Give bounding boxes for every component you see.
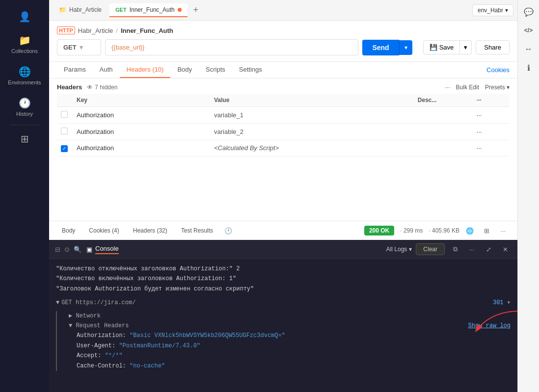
request-headers-label: ▼ Request Headers [69,321,129,331]
tab-habr-article[interactable]: 📁 Habr_Article [53,3,108,17]
console-expand-icon[interactable]: ⤢ [482,243,495,256]
console-right-controls: All Logs ▾ Clear ⧉ ··· ⤢ ✕ [386,243,512,256]
send-dropdown[interactable]: ▾ [399,40,412,55]
sidebar-item-history[interactable]: 🕐 History [0,91,49,123]
send-button[interactable]: Send [362,40,399,55]
console-left-icon-2[interactable]: ⊙ [64,246,70,253]
breadcrumb-separator: / [116,27,118,34]
headers-title-row: Headers 👁 7 hidden ··· Bulk Edit Presets… [57,78,510,94]
save-dropdown-chevron-icon: ▾ [464,44,467,51]
cookies-link[interactable]: Cookies [486,62,510,78]
calculated-value: <Calculated By Script> [214,144,279,152]
save-dropdown-button[interactable]: ▾ [460,40,472,54]
tab-headers[interactable]: Headers (10) [120,62,171,78]
value-cell-0[interactable]: variable_1 [210,107,414,124]
all-logs-chevron-icon: ▾ [409,246,412,253]
bulk-edit-button[interactable]: Bulk Edit [456,84,479,91]
show-raw-log-link[interactable]: Show raw log [468,321,511,331]
more-cell-0[interactable]: ··· [473,107,510,124]
env-selector[interactable]: env_Habr ▾ [472,4,513,16]
response-time: · 299 ms [400,227,423,234]
response-size: · 405.96 KB [429,227,459,234]
presets-chevron-icon: ▾ [507,84,510,91]
env-chevron-icon: ▾ [505,7,508,14]
all-logs-select[interactable]: All Logs ▾ [386,246,412,253]
checkbox-1[interactable] [61,128,68,134]
console-body: "Количество отключённых заголовков Autho… [49,259,517,392]
more-cell-1[interactable]: ··· [473,124,510,140]
value-cell-1[interactable]: variable_2 [210,124,414,140]
checkbox-cell-2[interactable] [57,140,73,157]
rs-comments-icon[interactable]: 💬 [521,4,537,20]
tab-inner-func-auth[interactable]: GET Inner_Func_Auth [109,3,188,17]
resp-tab-test-results[interactable]: Test Results [176,225,218,236]
value-cell-2[interactable]: <Calculated By Script> [210,140,414,157]
sidebar-item-mock[interactable]: ⊞ [0,127,49,151]
tab-body[interactable]: Body [170,62,199,78]
checkbox-cell-0[interactable] [57,107,73,124]
share-button[interactable]: Share [476,40,510,54]
rs-arrows-icon[interactable]: ↔ [521,41,537,57]
sidebar-item-profile[interactable]: 👤 [0,5,49,28]
resp-tab-headers[interactable]: Headers (32) [128,225,172,236]
save-controls: 💾 Save ▾ Share [423,40,510,54]
sidebar-item-history-label: History [16,111,33,117]
tab-add-button[interactable]: + [189,4,202,17]
console-close-icon[interactable]: ✕ [499,243,512,256]
more-cell-2[interactable]: ··· [473,140,510,157]
breadcrumb-collection[interactable]: Habr_Article [78,27,113,34]
resp-tab-cookies[interactable]: Cookies (4) [84,225,124,236]
more-dots-icon[interactable]: ··· [445,84,450,91]
save-icon: 💾 [430,44,437,51]
network-toggle[interactable]: ▶ Network [61,311,101,321]
clear-button[interactable]: Clear [416,243,445,255]
rs-info-icon[interactable]: ℹ [521,60,537,76]
tab-params[interactable]: Params [57,62,93,78]
left-sidebar: 👤 📁 Collections 🌐 Environments 🕐 History… [0,0,49,392]
checkbox-2[interactable] [61,145,68,152]
resp-tab-body[interactable]: Body [57,225,80,236]
response-globe-icon[interactable]: 🌐 [463,224,476,237]
headers-section: Headers 👁 7 hidden ··· Bulk Edit Presets… [49,78,517,221]
request-headers-toggle[interactable]: ▼ Request Headers [69,321,129,331]
tab-settings[interactable]: Settings [232,62,269,78]
all-logs-label: All Logs [386,246,407,253]
console-get-toggle[interactable]: ▼ GET https://jira.com/ [56,298,135,308]
key-cell-0[interactable]: Authorization [73,107,210,124]
console-search-icon[interactable]: 🔍 [74,246,81,253]
console-title: ▣ Console [86,245,119,254]
console-more-icon[interactable]: ··· [465,243,478,256]
response-grid-icon[interactable]: ⊞ [480,224,493,237]
headers-title: Headers [57,83,82,91]
desc-cell-2[interactable] [414,140,473,157]
response-clock-icon[interactable]: 🕐 [222,224,235,237]
header-accept-row: Accept: "*/*" [61,351,511,361]
key-cell-2[interactable]: Authorization [73,140,210,157]
sidebar-item-collections[interactable]: 📁 Collections [0,28,49,60]
hidden-badge: 👁 7 hidden [87,84,117,91]
header-cache-value: "no-cache" [130,363,165,369]
method-select[interactable]: GET ▾ [57,39,101,55]
console-copy-icon[interactable]: ⧉ [449,243,461,256]
save-button[interactable]: 💾 Save [423,40,460,54]
tab-unsaved-dot [178,8,182,12]
key-cell-1[interactable]: Authorization [73,124,210,140]
request-row: GET ▾ Send ▾ [57,39,412,55]
checkbox-cell-1[interactable] [57,124,73,140]
response-more-icon[interactable]: ··· [497,224,510,237]
tab-auth[interactable]: Auth [93,62,120,78]
console-left-icon-1[interactable]: ⊟ [55,246,60,253]
tab-scripts[interactable]: Scripts [199,62,232,78]
console-count-value: 301 [493,299,504,306]
url-input[interactable] [105,39,358,55]
mock-icon: ⊞ [21,133,29,145]
desc-cell-0[interactable] [414,107,473,124]
header-useragent-key: User-Agent: [77,342,115,349]
desc-cell-1[interactable] [414,124,473,140]
rs-code-icon[interactable]: </> [521,23,537,38]
presets-button[interactable]: Presets ▾ [485,84,510,91]
sidebar-item-environments[interactable]: 🌐 Environments [0,60,49,91]
response-tabs: Body Cookies (4) Headers (32) Test Resul… [49,221,517,240]
checkbox-0[interactable] [61,111,68,118]
environments-icon: 🌐 [19,66,31,78]
